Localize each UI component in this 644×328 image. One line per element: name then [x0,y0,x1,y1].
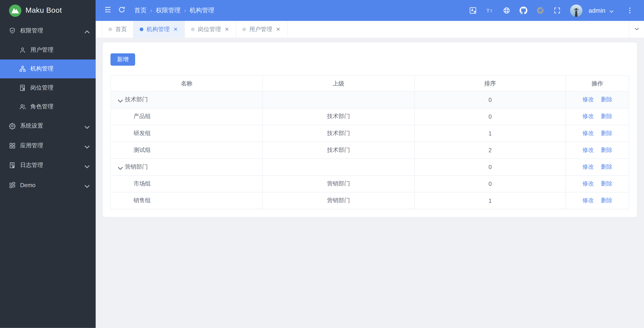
org-name-text: 产品组 [134,113,151,120]
row-actions: 修改删除 [566,197,629,205]
sidebar-item-label: 角色管理 [30,103,88,110]
sidebar-item-apps[interactable]: 应用管理 [0,136,96,156]
role-icon [19,103,26,110]
more-options-icon[interactable] [623,3,637,17]
row-actions: 修改删除 [566,163,629,171]
sidebar-item-logs[interactable]: 日志管理 [0,156,96,175]
org-name: 测试组 [111,146,262,154]
expand-arrow-icon[interactable] [117,164,122,170]
sort-cell: 0 [414,175,566,192]
sort-cell: 2 [414,142,566,159]
table-row: 产品组技术部门0修改删除 [111,108,629,125]
edit-link[interactable]: 修改 [582,96,594,104]
parent-cell: 技术部门 [262,108,414,125]
ops-cell: 修改删除 [566,175,629,192]
edit-link[interactable]: 修改 [582,113,594,120]
tab-home[interactable]: 首页 [102,21,134,38]
breadcrumb-item[interactable]: 权限管理 [156,6,180,14]
refresh-button[interactable] [115,3,129,17]
table-row: 销售组营销部门1修改删除 [111,192,629,209]
chevron-down-icon [84,143,88,148]
tab-close-icon[interactable]: ✕ [276,26,281,32]
sidebar-item-system[interactable]: 系统设置 [0,116,96,136]
tab-user[interactable]: 用户管理✕ [236,21,287,38]
tabs-dropdown-button[interactable] [629,21,644,38]
app-title: Maku Boot [26,6,62,15]
chevron-down-icon [634,25,639,33]
username[interactable]: admin [588,7,605,14]
delete-link[interactable]: 删除 [601,96,612,104]
column-header: 上级 [262,76,414,91]
gitee-icon[interactable] [533,3,547,17]
sidebar-item-post[interactable]: 岗位管理 [0,78,96,97]
tab-post[interactable]: 岗位管理✕ [185,21,236,38]
delete-link[interactable]: 删除 [601,163,612,171]
sidebar-item-permission[interactable]: 权限管理 [0,21,96,41]
edit-link[interactable]: 修改 [582,180,594,188]
sort-cell: 1 [414,192,566,209]
org-name-text: 销售组 [134,197,151,205]
tab-status-dot [140,27,144,31]
expand-arrow-icon[interactable] [117,97,122,102]
edit-link[interactable]: 修改 [582,163,594,171]
row-actions: 修改删除 [566,113,629,120]
open-tabs: 首页机构管理✕岗位管理✕用户管理✕ [96,21,629,38]
org-name: 市场组 [111,180,262,188]
table-row: 测试组技术部门2修改删除 [111,142,629,159]
tab-status-dot [191,27,195,31]
sort-cell: 1 [414,125,566,142]
edit-link[interactable]: 修改 [582,197,594,205]
user-icon [19,46,26,54]
delete-link[interactable]: 删除 [601,146,612,154]
delete-link[interactable]: 删除 [601,180,612,188]
breadcrumb-item[interactable]: 首页 [134,6,146,14]
gear-icon [8,122,16,130]
app-logo[interactable]: Maku Boot [0,0,96,21]
parent-cell: 营销部门 [262,192,414,209]
sort-cell: 0 [414,91,566,108]
collapse-sidebar-button[interactable] [101,3,115,17]
font-size-icon[interactable]: T T [483,3,497,17]
translate-icon[interactable] [466,3,480,17]
post-icon [19,84,26,92]
row-actions: 修改删除 [566,180,629,188]
name-cell-container: 销售组 [111,192,262,209]
tab-close-icon[interactable]: ✕ [224,26,230,32]
org-management-card: 新增 名称上级排序操作 技术部门0修改删除产品组技术部门0修改删除研发组技术部门… [103,42,637,217]
ops-cell: 修改删除 [566,142,629,159]
language-globe-icon[interactable] [500,3,514,17]
table-header-row: 名称上级排序操作 [111,76,629,91]
edit-link[interactable]: 修改 [582,130,594,137]
tab-close-icon[interactable]: ✕ [173,26,178,32]
table-body: 技术部门0修改删除产品组技术部门0修改删除研发组技术部门1修改删除测试组技术部门… [111,91,629,209]
chevron-down-icon [84,123,88,128]
refresh-icon [118,6,126,15]
tab-org[interactable]: 机构管理✕ [134,21,185,38]
sidebar-item-user[interactable]: 用户管理 [0,41,96,59]
table-row: 营销部门0修改删除 [111,159,629,175]
main-column: 首页›权限管理›机构管理 T T [96,0,644,328]
sidebar-item-label: 应用管理 [20,142,84,149]
org-name: 产品组 [111,113,262,120]
sidebar-item-org[interactable]: 机构管理 [0,59,96,78]
topbar-actions: T T [466,3,637,17]
user-menu-chevron-down-icon[interactable] [609,8,614,13]
delete-link[interactable]: 删除 [601,130,612,137]
svg-text:T: T [490,9,492,13]
org-icon [19,65,26,73]
user-avatar[interactable] [570,4,582,16]
sidebar-item-demo[interactable]: Demo [0,175,96,195]
breadcrumb-item[interactable]: 机构管理 [190,6,214,14]
fullscreen-icon[interactable] [550,3,564,17]
edit-link[interactable]: 修改 [582,146,594,154]
tab-label: 用户管理 [249,25,272,33]
sidebar-item-role[interactable]: 角色管理 [0,97,96,116]
add-button[interactable]: 新增 [110,53,135,66]
sidebar-item-label: 机构管理 [30,65,88,73]
sidebar-item-label: 岗位管理 [30,84,88,92]
table-row: 市场组营销部门0修改删除 [111,175,629,192]
delete-link[interactable]: 删除 [601,113,612,120]
github-icon[interactable] [516,3,530,17]
name-cell-container: 市场组 [111,175,262,192]
delete-link[interactable]: 删除 [601,197,612,205]
